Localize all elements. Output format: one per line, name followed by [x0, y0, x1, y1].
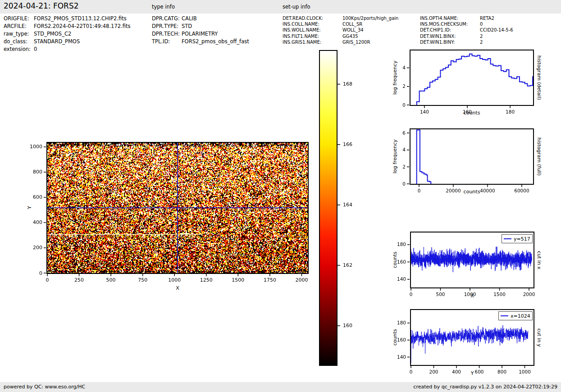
setup-info-left-table: DET.READ.CLOCK:100Kps/2ports/high_gain I… — [283, 15, 398, 45]
setup-info-row: DET.CHIP1.ID:CCID20-14-5-6 — [420, 27, 513, 33]
info-value: WOLL_34 — [342, 27, 364, 33]
cut-x-side-label: cut in x — [536, 232, 542, 287]
setup-info-right-table: INS.OPTI4.NAME:RETA2 INS.MOS.CHECKSUM:0 … — [420, 15, 513, 45]
type-info-row: TPL.ID:FORS2_pmos_obs_off_fast — [152, 38, 249, 46]
setup-info-section-label: set-up info — [283, 4, 310, 10]
info-label: DPR.CATG: — [152, 15, 182, 23]
cut-x-legend: y=517 — [502, 234, 533, 243]
info-label: raw_type: — [4, 30, 34, 38]
qc-report-page: 2024-04-21: FORS2 type info set-up info … — [0, 0, 561, 392]
histogram-detail-plot — [410, 50, 534, 106]
file-info-row: extension:0 — [4, 46, 130, 53]
info-label: TPL.ID: — [152, 38, 182, 46]
cut-y-legend: x=1024 — [498, 311, 533, 320]
hist-detail-side-label: histogram (detail) — [536, 47, 542, 109]
header-bar — [0, 0, 561, 14]
cut-y-yaxis-label: counts — [392, 310, 398, 365]
footer-credit-left: powered by QC: www.eso.org/HC — [4, 384, 85, 390]
file-info-row: ORIGFILE:FORS2_PMOS_STD113.12.CHIP2.fits — [4, 15, 130, 23]
cut-x-xaxis-label: X — [411, 293, 534, 299]
info-label: INS.COLL.NAME: — [283, 21, 342, 27]
info-label: DET.CHIP1.ID: — [420, 27, 480, 33]
setup-info-row: INS.WOLL.NAME:WOLL_34 — [283, 27, 398, 33]
info-label: INS.FILT1.NAME: — [283, 33, 342, 39]
info-value: 2 — [480, 33, 483, 39]
info-label: ORIGFILE: — [4, 15, 34, 23]
info-label: INS.OPTI4.NAME: — [420, 15, 480, 21]
info-value: 100Kps/2ports/high_gain — [342, 15, 398, 21]
hist-full-xaxis-label: counts — [410, 189, 533, 195]
file-info-table: ORIGFILE:FORS2_PMOS_STD113.12.CHIP2.fits… — [4, 15, 130, 53]
info-value: FORS2_PMOS_STD113.12.CHIP2.fits — [34, 15, 127, 23]
setup-info-row: INS.FILT1.NAME:GG435 — [283, 33, 398, 39]
file-info-row: do_class:STANDARD_PMOS — [4, 38, 130, 46]
info-label: DET.WIN1.BINY: — [420, 39, 480, 45]
info-value: STD_PMOS_C2 — [34, 30, 71, 38]
type-info-row: DPR.TYPE:STD — [152, 23, 249, 30]
setup-info-row: INS.COLL.NAME:COLL_SR — [283, 21, 398, 27]
info-label: INS.MOS.CHECKSUM: — [420, 21, 480, 27]
type-info-row: DPR.TECH:POLARIMETRY — [152, 30, 249, 38]
cut-y-legend-label: x=1024 — [511, 313, 530, 319]
main-yaxis-label: Y — [26, 194, 32, 221]
type-info-section-label: type info — [152, 4, 175, 10]
info-value: 2 — [480, 39, 483, 45]
info-value: GG435 — [342, 33, 358, 39]
main-xaxis-label: X — [47, 285, 308, 291]
setup-info-row: INS.MOS.CHECKSUM:0 — [420, 21, 513, 27]
legend-line-swatch — [501, 315, 508, 316]
footer-credit-right: created by qc_rawdisp.py v1.2.3 on 2024-… — [413, 384, 557, 390]
type-info-row: DPR.CATG:CALIB — [152, 15, 249, 23]
cut-y-xaxis-label: Y — [411, 370, 534, 376]
info-label: INS.WOLL.NAME: — [283, 27, 342, 33]
cut-x-legend-label: y=517 — [514, 236, 530, 242]
info-label: INS.GRIS1.NAME: — [283, 39, 342, 45]
setup-info-row: DET.WIN1.BINY:2 — [420, 39, 513, 45]
info-label: DPR.TYPE: — [152, 23, 182, 30]
hist-full-yaxis-label: log frequency — [392, 129, 398, 184]
info-value: CALIB — [182, 15, 197, 23]
info-value: STANDARD_PMOS — [34, 38, 80, 46]
page-title: 2024-04-21: FORS2 — [4, 1, 79, 10]
file-info-row: raw_type:STD_PMOS_C2 — [4, 30, 130, 38]
info-label: DET.WIN1.BINX: — [420, 33, 480, 39]
histogram-full-plot — [410, 128, 534, 185]
info-label: do_class: — [4, 38, 34, 46]
info-value: 0 — [34, 46, 37, 53]
cut-y-side-label: cut in y — [536, 310, 542, 365]
colorbar-gradient — [319, 50, 338, 366]
hist-detail-yaxis-label: log frequency — [392, 50, 398, 105]
info-label: ARCFILE: — [4, 23, 34, 30]
hist-detail-xaxis-label: counts — [410, 110, 533, 116]
setup-info-row: INS.GRIS1.NAME:GRIS_1200R — [283, 39, 398, 45]
hist-full-side-label: histogram (full) — [536, 127, 542, 187]
info-label: DET.READ.CLOCK: — [283, 15, 342, 21]
info-value: STD — [182, 23, 192, 30]
info-value: CCID20-14-5-6 — [480, 27, 513, 33]
setup-info-row: DET.READ.CLOCK:100Kps/2ports/high_gain — [283, 15, 398, 21]
info-label: extension: — [4, 46, 34, 53]
raw-image-heatmap — [46, 142, 309, 274]
setup-info-row: DET.WIN1.BINX:2 — [420, 33, 513, 39]
type-info-table: DPR.CATG:CALIB DPR.TYPE:STD DPR.TECH:POL… — [152, 15, 249, 46]
cut-x-yaxis-label: counts — [392, 232, 398, 287]
info-value: RETA2 — [480, 15, 494, 21]
info-value: FORS2.2024-04-22T01:49:48.172.fits — [34, 23, 130, 30]
info-value: COLL_SR — [342, 21, 362, 27]
legend-line-swatch — [504, 238, 511, 239]
file-info-row: ARCFILE:FORS2.2024-04-22T01:49:48.172.fi… — [4, 23, 130, 30]
info-value: FORS2_pmos_obs_off_fast — [182, 38, 249, 46]
info-value: 0 — [480, 21, 483, 27]
info-label: DPR.TECH: — [152, 30, 182, 38]
info-value: GRIS_1200R — [342, 39, 370, 45]
info-value: POLARIMETRY — [182, 30, 218, 38]
setup-info-row: INS.OPTI4.NAME:RETA2 — [420, 15, 513, 21]
